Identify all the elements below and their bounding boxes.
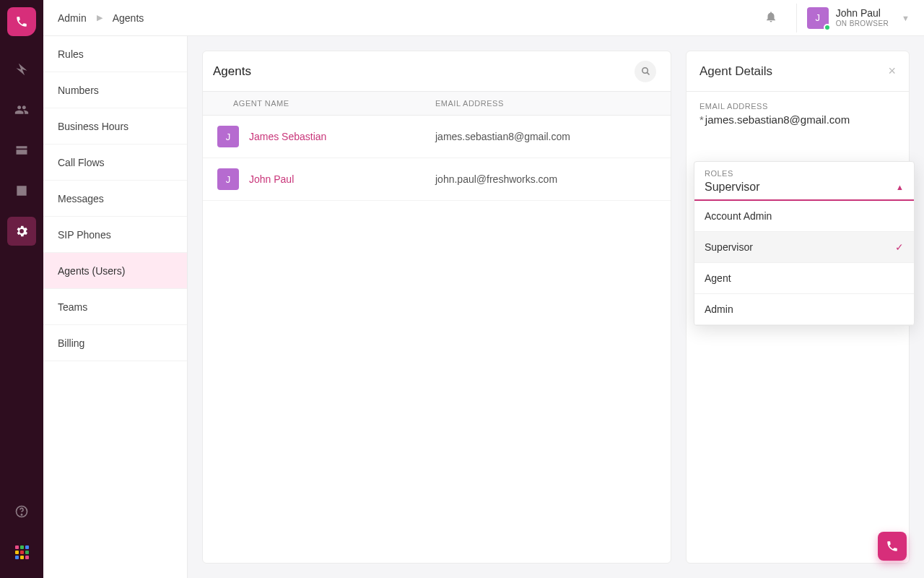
col-email: EMAIL ADDRESS — [435, 99, 656, 108]
nav-reports-icon[interactable] — [7, 176, 36, 205]
chevron-down-icon: ▼ — [902, 14, 910, 22]
nav-people-icon[interactable] — [7, 95, 36, 124]
agent-name[interactable]: John Paul — [249, 173, 294, 185]
agents-panel: Agents AGENT NAME EMAIL ADDRESS JJames S… — [202, 51, 671, 564]
svg-point-2 — [642, 68, 648, 74]
sidebar-item[interactable]: Call Flows — [43, 144, 187, 181]
avatar: J — [217, 126, 239, 147]
chevron-right-icon: ▶ — [97, 13, 103, 22]
close-icon[interactable]: × — [888, 64, 896, 79]
sidebar-item[interactable]: Numbers — [43, 72, 187, 108]
breadcrumb-root[interactable]: Admin — [58, 12, 87, 24]
app-logo[interactable] — [7, 7, 36, 36]
nav-help-icon[interactable] — [7, 497, 36, 526]
roles-select-control[interactable]: Supervisor ▲ — [694, 179, 914, 201]
email-value: *james.sebastian8@gmail.com — [699, 113, 896, 126]
role-option[interactable]: Admin — [694, 294, 914, 325]
avatar: J — [807, 7, 829, 29]
agent-name[interactable]: James Sebastian — [249, 131, 326, 142]
nav-apps-icon[interactable] — [7, 538, 36, 566]
search-button[interactable] — [635, 61, 656, 82]
user-menu[interactable]: J John Paul ON BROWSER ▼ — [807, 7, 910, 29]
role-option[interactable]: Account Admin — [694, 201, 914, 232]
panel-title: Agents — [213, 64, 251, 79]
nav-card-icon[interactable] — [7, 136, 36, 165]
roles-label: ROLES — [694, 162, 914, 179]
details-title: Agent Details — [699, 64, 772, 79]
table-header: AGENT NAME EMAIL ADDRESS — [203, 92, 671, 116]
sidebar-item[interactable]: Teams — [43, 289, 187, 325]
agent-row[interactable]: JJames Sebastianjames.sebastian8@gmail.c… — [203, 116, 671, 158]
breadcrumb: Admin ▶ Agents — [58, 12, 144, 24]
avatar: J — [217, 168, 239, 190]
svg-point-1 — [21, 514, 22, 515]
role-option[interactable]: Agent — [694, 263, 914, 294]
agent-email: john.paul@freshworks.com — [435, 173, 557, 185]
email-label: EMAIL ADDRESS — [699, 102, 896, 111]
sidebar-item[interactable]: Agents (Users) — [43, 253, 187, 289]
nav-rail — [0, 0, 43, 578]
sidebar-item[interactable]: Billing — [43, 325, 187, 361]
agent-email: james.sebastian8@gmail.com — [435, 131, 570, 142]
nav-activity-icon[interactable] — [7, 55, 36, 84]
nav-settings-icon[interactable] — [7, 217, 36, 246]
col-agent-name: AGENT NAME — [233, 99, 435, 108]
agent-row[interactable]: JJohn Pauljohn.paul@freshworks.com — [203, 158, 671, 201]
top-header: Admin ▶ Agents J John Paul ON BROWSER ▼ — [43, 0, 924, 36]
settings-sidebar: RulesNumbersBusiness HoursCall FlowsMess… — [43, 36, 188, 578]
sidebar-item[interactable]: Messages — [43, 181, 187, 217]
notifications-icon[interactable] — [764, 10, 777, 25]
presence-indicator — [824, 24, 831, 31]
user-name: John Paul — [836, 8, 889, 19]
check-icon: ✓ — [895, 241, 904, 253]
call-fab[interactable] — [878, 532, 907, 561]
caret-up-icon: ▲ — [896, 183, 904, 191]
sidebar-item[interactable]: Business Hours — [43, 108, 187, 144]
sidebar-item[interactable]: SIP Phones — [43, 217, 187, 253]
sidebar-item[interactable]: Rules — [43, 36, 187, 72]
role-option[interactable]: Supervisor✓ — [694, 232, 914, 263]
user-status: ON BROWSER — [836, 20, 889, 27]
agent-details-panel: Agent Details × EMAIL ADDRESS *james.seb… — [686, 51, 910, 564]
breadcrumb-current: Agents — [113, 12, 144, 24]
roles-dropdown: ROLES Supervisor ▲ Account AdminSupervis… — [694, 161, 915, 326]
